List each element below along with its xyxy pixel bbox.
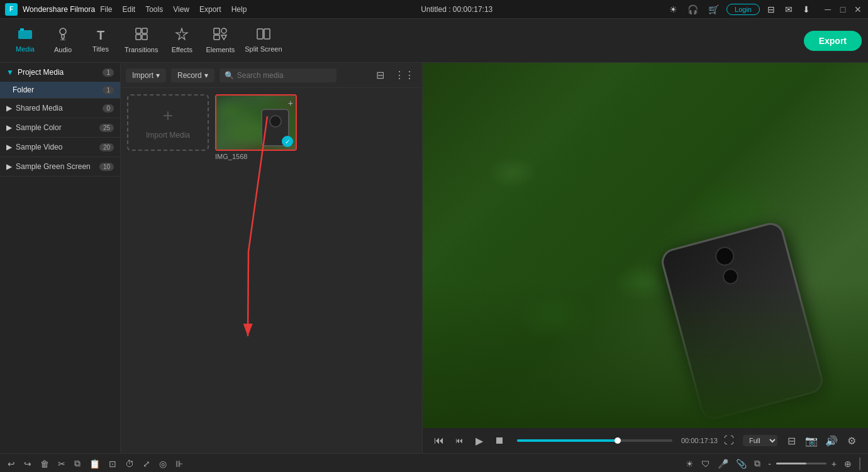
- tl-mic-button[interactable]: 🎤: [715, 458, 731, 470]
- resize-button[interactable]: ⤢: [140, 458, 153, 470]
- cut-timeline-button[interactable]: ✂: [55, 458, 68, 470]
- progress-bar[interactable]: [517, 439, 672, 442]
- paste-button[interactable]: 📋: [87, 458, 103, 470]
- zoom-slider[interactable]: [776, 463, 826, 464]
- main-toolbar: Media Audio T Titles Transitions: [0, 19, 868, 63]
- audio-label: Audio: [54, 46, 72, 53]
- settings-button[interactable]: ⚙: [843, 432, 860, 449]
- headset-icon[interactable]: 🎧: [685, 3, 701, 16]
- color-match-button[interactable]: ◎: [157, 458, 169, 470]
- import-button[interactable]: Import ▾: [126, 69, 166, 82]
- media-item-name: IMG_1568: [215, 153, 297, 160]
- selected-check: ✓: [282, 136, 293, 147]
- tl-zoom-out-button[interactable]: -: [765, 458, 774, 470]
- shared-media-header[interactable]: ▶ Shared Media 0: [0, 99, 120, 118]
- tl-add-track-button[interactable]: ⊕: [842, 458, 854, 470]
- project-media-section: ▼ Project Media 1 Folder 1: [0, 63, 120, 99]
- search-input[interactable]: [220, 69, 337, 82]
- expand-icon-4: ▶: [6, 143, 12, 151]
- snapshot-button[interactable]: 📷: [803, 432, 820, 449]
- right-tl-controls: ☀ 🛡 🎤 📎 ⧉ - + ⊕: [683, 457, 863, 470]
- sample-green-screen-header[interactable]: ▶ Sample Green Screen 10: [0, 157, 120, 176]
- media-panel: Import ▾ Record ▾ 🔍 ⊟ ⋮⋮ + Import Media: [121, 63, 423, 453]
- delete-button[interactable]: 🗑: [38, 458, 52, 470]
- media-icon: [18, 28, 32, 43]
- import-label: Import: [132, 71, 153, 80]
- title-bar-left: F Wondershare Filmora File Edit Tools Vi…: [5, 3, 247, 16]
- project-media-header[interactable]: ▼ Project Media 1: [0, 63, 120, 82]
- toolbar-effects[interactable]: Effects: [163, 22, 201, 60]
- toolbar-titles[interactable]: T Titles: [82, 22, 120, 60]
- download-icon[interactable]: ⬇: [800, 3, 813, 16]
- toolbar-elements[interactable]: Elements: [201, 22, 240, 60]
- menu-edit[interactable]: Edit: [123, 5, 136, 14]
- redo-button[interactable]: ↪: [21, 458, 34, 470]
- plus-icon: +: [163, 106, 173, 126]
- transitions-label: Transitions: [125, 46, 158, 53]
- tl-sun-button[interactable]: ☀: [683, 458, 696, 470]
- sample-video-header[interactable]: ▶ Sample Video 20: [0, 138, 120, 156]
- project-media-count: 1: [103, 69, 114, 77]
- play-button[interactable]: ▶: [470, 432, 488, 449]
- undo-button[interactable]: ↩: [5, 458, 18, 470]
- pip-button[interactable]: ⊟: [782, 432, 800, 449]
- add-to-timeline-icon[interactable]: +: [288, 98, 293, 108]
- menu-file[interactable]: File: [100, 5, 112, 14]
- maximize-button[interactable]: □: [838, 4, 848, 14]
- shared-media-label: Shared Media: [16, 104, 63, 113]
- close-button[interactable]: ✕: [853, 4, 863, 14]
- minimize-button[interactable]: ─: [823, 4, 833, 14]
- import-area-label: Import Media: [146, 131, 190, 140]
- titles-label: Titles: [92, 45, 109, 53]
- toolbar-media[interactable]: Media: [6, 22, 44, 60]
- audio-icon: [57, 28, 69, 43]
- toolbar-transitions[interactable]: Transitions: [120, 22, 163, 60]
- record-button[interactable]: Record ▾: [171, 69, 214, 82]
- expand-icon: ▼: [6, 68, 14, 77]
- svg-marker-10: [176, 28, 187, 40]
- sample-color-header[interactable]: ▶ Sample Color 25: [0, 118, 120, 137]
- sun-icon[interactable]: ☀: [667, 3, 680, 16]
- login-button[interactable]: Login: [726, 4, 760, 15]
- copy-button[interactable]: ⧉: [72, 457, 83, 470]
- tl-zoom-in-button[interactable]: +: [829, 458, 839, 470]
- menu-export[interactable]: Export: [199, 5, 221, 14]
- video-background: [423, 63, 868, 428]
- search-wrapper: 🔍: [220, 69, 369, 82]
- grid-view-button[interactable]: ⋮⋮: [392, 68, 417, 82]
- step-back-button[interactable]: ⏮: [450, 432, 468, 449]
- dashboard-icon[interactable]: ⊟: [765, 3, 777, 16]
- message-icon[interactable]: ✉: [782, 3, 795, 16]
- menu-tools[interactable]: Tools: [145, 5, 163, 14]
- filter-button[interactable]: ⊟: [374, 68, 387, 82]
- volume-button[interactable]: 🔊: [823, 432, 840, 449]
- store-icon[interactable]: 🛒: [706, 3, 721, 16]
- folder-count: 1: [103, 86, 114, 94]
- audio-stretch-button[interactable]: ⊪: [173, 458, 186, 470]
- titles-icon: T: [97, 28, 104, 43]
- toolbar-audio[interactable]: Audio: [44, 22, 82, 60]
- menu-help[interactable]: Help: [231, 5, 247, 14]
- tl-clip-button[interactable]: 📎: [733, 458, 749, 470]
- svg-point-2: [60, 28, 66, 35]
- split-screen-icon: [257, 28, 270, 43]
- folder-item[interactable]: Folder 1: [0, 82, 120, 98]
- skip-back-button[interactable]: ⏮: [430, 432, 448, 449]
- export-button[interactable]: Export: [804, 31, 862, 51]
- fullscreen-button[interactable]: ⛶: [720, 432, 738, 449]
- import-area[interactable]: + Import Media: [127, 94, 209, 151]
- phone-camera: [269, 115, 282, 128]
- tl-shield-button[interactable]: 🛡: [699, 458, 713, 470]
- svg-rect-6: [136, 28, 141, 33]
- menu-view[interactable]: View: [173, 5, 189, 14]
- zoom-select[interactable]: Full 75% 50% 25%: [743, 435, 777, 446]
- video-preview: [423, 63, 868, 428]
- media-item-img1568[interactable]: + ✓ IMG_1568: [215, 94, 297, 160]
- stop-button[interactable]: ⏹: [491, 432, 508, 449]
- folder-label: Folder: [13, 85, 34, 94]
- tl-copy2-button[interactable]: ⧉: [752, 457, 763, 470]
- toolbar-split-screen[interactable]: Split Screen: [240, 22, 287, 60]
- crop-button[interactable]: ⊡: [106, 458, 119, 470]
- timer-button[interactable]: ⏱: [123, 458, 136, 470]
- title-display: Untitled : 00:00:17:13: [421, 5, 492, 14]
